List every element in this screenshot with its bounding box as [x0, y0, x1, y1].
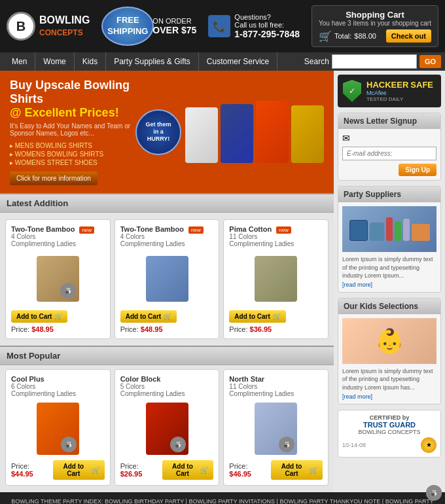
popular-name-2: Color Block — [120, 375, 214, 383]
bowling-ball-icon-1: 🎳 — [60, 283, 76, 298]
checkout-button[interactable]: Check out — [386, 29, 431, 43]
newsletter-card: News Letter Signup ✉ Sign Up — [338, 113, 441, 181]
popular-name-3: North Star — [229, 375, 323, 383]
email-icon: ✉ — [342, 133, 350, 143]
popular-comp-2: Complimenting Ladies — [120, 390, 214, 397]
nav-bar: Men Wome Kids Party Supplies & Gifts Cus… — [0, 52, 445, 71]
shield-icon: ✓ — [343, 80, 361, 102]
search-button[interactable]: GO — [419, 55, 441, 68]
popular-comp-3: Complimenting Ladies — [229, 390, 323, 397]
popular-card-1: Cool Plus 6 Colors Complimenting Ladies … — [5, 369, 111, 486]
bowling-ball-icon-4: 🎳 — [61, 437, 77, 452]
phone-area: 📞 Questions? Call us toll free: 1-877-29… — [208, 13, 300, 39]
email-input[interactable] — [342, 147, 436, 160]
popular-comp-1: Complimenting Ladies — [11, 390, 105, 397]
header: B BOWLING CONCEPTS FREE SHIPPING ON ORDE… — [0, 0, 445, 52]
shipping-promo: FREE SHIPPING ON ORDER OVER $75 — [101, 7, 196, 46]
shirt-blue2-icon: 🎳 — [255, 403, 297, 455]
latest-addition-products: Two-Tone Bamboo new 4 Colors Complimenti… — [0, 213, 334, 346]
search-area: Search GO — [304, 54, 441, 69]
kids-read-more[interactable]: [read more] — [342, 393, 372, 400]
add-cart-button-2[interactable]: Add to Cart 🛒 — [120, 310, 177, 323]
party-suppliers-title: Party Suppliers — [338, 187, 440, 202]
product-img-3: 🎳 — [229, 253, 323, 305]
banner-link-shoes[interactable]: WOMENS STREET SHOES — [10, 159, 135, 166]
popular-img-2: 🎳 — [120, 403, 214, 455]
party-read-more[interactable]: [read more] — [342, 281, 372, 288]
product-price-3: Price: $36.95 — [229, 325, 323, 333]
banner-cta-button[interactable]: Click for more information — [10, 171, 98, 185]
nav-men[interactable]: Men — [4, 52, 35, 71]
popular-colors-3: 11 Colors — [229, 383, 323, 390]
left-column: Buy Upscale Bowling Shirts @ Excellent P… — [0, 71, 334, 492]
shirt-preview-blue — [221, 104, 253, 163]
add-cart-button-3[interactable]: Add to Cart 🛒 — [229, 310, 285, 323]
main-layout: Buy Upscale Bowling Shirts @ Excellent P… — [0, 71, 445, 492]
add-cart-button-1[interactable]: Add to Cart 🛒 — [11, 310, 67, 323]
nav-links: Men Wome Kids Party Supplies & Gifts Cus… — [4, 52, 277, 71]
product-card-2: Two-Tone Bamboo new 4 Colors Complimenti… — [115, 219, 220, 339]
logo-area: B BOWLING CONCEPTS — [7, 12, 90, 41]
popular-colors-1: 6 Colors — [11, 383, 105, 390]
kids-image: 👶 — [342, 318, 436, 364]
party-suppliers-card: Party Suppliers Lorem Ipsum is simply du… — [338, 186, 441, 293]
product-name-1: Two-Tone Bamboo — [11, 225, 75, 233]
banner-link-mens[interactable]: MENS BOWLING SHIRTS — [10, 142, 135, 149]
banner-links: MENS BOWLING SHIRTS WOMENS BOWLING SHIRT… — [10, 142, 135, 166]
party-text: Lorem Ipsum is simply dummy text of the … — [342, 255, 436, 280]
party-image — [342, 206, 436, 252]
bag-icon-2 — [370, 223, 384, 241]
baby-icon: 👶 — [375, 327, 404, 355]
popular-card-3: North Star 11 Colors Complimenting Ladie… — [223, 369, 329, 486]
bottle-icon-3 — [403, 219, 410, 241]
product-price-2: Price: $48.95 — [120, 325, 214, 333]
bowling-ball-icon-3: 🎳 — [426, 485, 442, 501]
nav-kids[interactable]: Kids — [75, 52, 106, 71]
popular-colors-2: 5 Colors — [120, 383, 214, 390]
popular-products: Cool Plus 6 Colors Complimenting Ladies … — [0, 365, 334, 492]
popular-cart-button-3[interactable]: Add to Cart 🛒 — [271, 460, 323, 480]
hackeer-safe-badge: ✓ HACKEER SAFE McAfee TESTED DAILY — [338, 75, 441, 107]
certified-badge: CERTIFIED by TRUST GUARD BOWLING CONCEPT… — [338, 410, 441, 458]
popular-card-2: Color Block 5 Colors Complimenting Ladie… — [115, 369, 220, 486]
popular-price-3: Price: $46.95 — [229, 462, 267, 478]
cert-date: 10-14-08 — [342, 442, 366, 448]
product-badge-2: new — [188, 226, 204, 234]
shirt-preview-white — [185, 107, 218, 163]
banner: Buy Upscale Bowling Shirts @ Excellent P… — [0, 71, 334, 193]
cart-total: 🛒 Total: $88.00 — [319, 30, 376, 43]
cart-icon-pop-3: 🛒 — [310, 467, 317, 474]
banner-link-womens[interactable]: WOMENS BOWLING SHIRTS — [10, 151, 135, 158]
popular-cart-button-2[interactable]: Add to Cart 🛒 — [162, 460, 214, 480]
cart-small-icon-2: 🛒 — [164, 313, 171, 320]
product-badge-1: new — [79, 226, 94, 234]
search-input[interactable] — [332, 54, 417, 69]
popular-img-1: 🎳 — [11, 403, 105, 455]
product-colors-1: 4 Colors — [11, 233, 105, 240]
product-comp-1: Complimenting Ladies — [11, 240, 105, 247]
cart-small-icon: 🛒 — [54, 313, 62, 320]
product-colors-3: 11 Colors — [229, 233, 323, 240]
product-colors-2: 4 Colors — [120, 233, 214, 240]
kids-text: Lorem Ipsum is simply dummy text of the … — [342, 367, 436, 392]
product-name-2: Two-Tone Bamboo — [120, 225, 184, 233]
popular-img-3: 🎳 — [229, 403, 323, 455]
bag-icon-3 — [412, 224, 430, 241]
shipping-text: ON ORDER OVER $75 — [152, 17, 196, 35]
nav-party[interactable]: Party Supplies & Gifts — [106, 52, 199, 71]
logo-icon: B — [7, 12, 35, 41]
shirt-khaki-icon: 🎳 — [255, 256, 297, 302]
product-badge-3: new — [276, 226, 291, 234]
most-popular-title: Most Popular — [0, 346, 334, 365]
popular-cart-button-1[interactable]: Add to Cart 🛒 — [53, 460, 105, 480]
nav-wome[interactable]: Wome — [35, 52, 74, 71]
nav-customer-service[interactable]: Customer Service — [199, 52, 277, 71]
kids-selections-card: Our Kids Selections 👶 Lorem Ipsum is sim… — [338, 298, 441, 405]
signup-button[interactable]: Sign Up — [399, 164, 436, 176]
bottle-icon-2 — [395, 221, 401, 241]
banner-text: Buy Upscale Bowling Shirts @ Excellent P… — [10, 79, 135, 185]
shirt-red-icon: 🎳 — [146, 403, 188, 455]
shirt-preview-yellow — [291, 105, 324, 163]
product-comp-2: Complimenting Ladies — [120, 240, 214, 247]
latest-addition-title: Latest Addition — [0, 193, 334, 213]
